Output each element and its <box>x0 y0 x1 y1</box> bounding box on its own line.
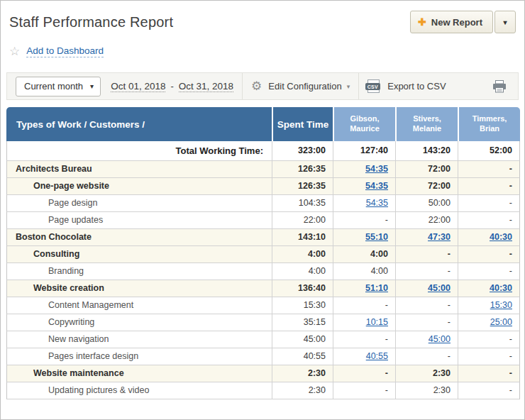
table-row: Total Working Time:323:00127:40143:2052:… <box>6 141 520 161</box>
new-report-button[interactable]: ✚ New Report <box>410 11 493 33</box>
period-selector[interactable]: Current month ▾ <box>16 77 101 96</box>
export-to-csv-button[interactable]: CSV Export to CSV <box>358 73 454 99</box>
row-label: Website maintenance <box>6 365 272 382</box>
column-header-staff: Gibson, Maurice <box>333 107 395 141</box>
time-cell: - <box>333 297 395 314</box>
page-title: Staff Performance Report <box>9 11 173 31</box>
add-to-dashboard-link[interactable]: Add to Dashboard <box>26 45 104 57</box>
time-cell: - <box>395 263 458 280</box>
time-detail-link[interactable]: 40:55 <box>366 351 388 361</box>
table-row: Website creation136:4051:1045:0040:30 <box>6 280 520 297</box>
time-detail-link[interactable]: 54:35 <box>366 198 388 208</box>
csv-file-icon: CSV <box>368 79 380 93</box>
time-cell: 10:15 <box>333 314 395 331</box>
caret-down-icon: ▾ <box>347 83 350 90</box>
table-row: Page design104:3554:3550:00- <box>6 195 520 212</box>
table-row: New navigation45:00-45:00- <box>6 331 520 348</box>
report-window: Staff Performance Report ✚ New Report ▾ … <box>0 0 525 420</box>
time-cell: 2:30 <box>395 382 458 399</box>
time-cell: 40:55 <box>272 348 333 365</box>
row-label: Website creation <box>6 280 272 297</box>
time-detail-link[interactable]: 54:35 <box>365 181 388 191</box>
time-detail-link[interactable]: 51:10 <box>365 283 388 293</box>
time-detail-link[interactable]: 15:30 <box>490 300 512 310</box>
time-cell: 2:30 <box>272 382 333 399</box>
time-cell: 54:35 <box>333 195 395 212</box>
time-detail-link[interactable]: 55:10 <box>365 232 388 242</box>
time-detail-link[interactable]: 45:00 <box>429 334 451 344</box>
time-cell: 143:20 <box>395 141 458 161</box>
time-detail-link[interactable]: 54:35 <box>365 164 388 174</box>
time-cell: - <box>333 382 395 399</box>
time-cell: - <box>458 195 520 212</box>
time-cell: 47:30 <box>395 229 458 246</box>
time-cell: - <box>458 365 520 382</box>
row-label: Boston Chocolate <box>6 229 272 246</box>
time-cell: - <box>395 246 458 263</box>
time-cell: - <box>458 331 520 348</box>
printer-icon <box>492 80 507 93</box>
time-cell: - <box>333 212 395 229</box>
time-cell: 15:30 <box>458 297 520 314</box>
new-report-split-button: ✚ New Report ▾ <box>410 11 516 33</box>
csv-badge-label: CSV <box>365 83 380 90</box>
time-cell: 2:30 <box>272 365 333 382</box>
table-row: Updating pictures & video2:30-2:30- <box>6 382 520 399</box>
time-cell: - <box>458 263 520 280</box>
time-cell: 40:30 <box>458 229 520 246</box>
print-button[interactable] <box>481 73 518 99</box>
time-cell: 22:00 <box>272 212 333 229</box>
table-row: Website maintenance2:30-2:30- <box>6 365 520 382</box>
row-label: Page updates <box>6 212 272 229</box>
time-cell: 50:00 <box>395 195 458 212</box>
time-cell: 54:35 <box>333 161 395 178</box>
time-cell: 45:00 <box>395 280 458 297</box>
row-label: Page design <box>6 195 272 212</box>
time-cell: 35:15 <box>272 314 333 331</box>
time-cell: 143:10 <box>272 229 333 246</box>
time-cell: 136:40 <box>272 280 333 297</box>
new-report-dropdown-button[interactable]: ▾ <box>494 11 516 33</box>
time-cell: 4:00 <box>272 263 333 280</box>
time-cell: - <box>395 348 458 365</box>
time-cell: 104:35 <box>272 195 333 212</box>
time-cell: 127:40 <box>333 141 395 161</box>
date-to-link[interactable]: Oct 31, 2018 <box>179 81 233 92</box>
new-report-label: New Report <box>431 17 482 28</box>
page-header: Staff Performance Report ✚ New Report ▾ … <box>1 1 524 57</box>
time-cell: - <box>333 331 395 348</box>
edit-configuration-button[interactable]: ⚙ Edit Configuration ▾ <box>242 73 358 99</box>
row-label: Consulting <box>6 246 272 263</box>
table-row: Page updates22:00-22:00- <box>6 212 520 229</box>
row-label: Total Working Time: <box>6 141 272 161</box>
time-cell: 2:30 <box>395 365 458 382</box>
date-separator: - <box>170 81 173 92</box>
time-cell: - <box>458 382 520 399</box>
time-cell: 40:55 <box>333 348 395 365</box>
time-detail-link[interactable]: 45:00 <box>428 283 451 293</box>
time-cell: 72:00 <box>395 161 458 178</box>
table-row: Branding4:004:00-- <box>6 263 520 280</box>
time-cell: 4:00 <box>333 246 395 263</box>
favorite-star-icon[interactable]: ☆ <box>9 45 20 57</box>
table-row: Consulting4:004:00-- <box>6 246 520 263</box>
time-detail-link[interactable]: 25:00 <box>490 317 512 327</box>
time-detail-link[interactable]: 40:30 <box>490 232 512 242</box>
time-cell: 126:35 <box>272 161 333 178</box>
time-detail-link[interactable]: 40:30 <box>490 283 512 293</box>
time-cell: - <box>458 212 520 229</box>
table-header-row: Types of Work / Customers / Spent Time G… <box>6 107 520 141</box>
report-toolbar: Current month ▾ Oct 01, 2018 - Oct 31, 2… <box>6 72 519 100</box>
table-row: Architects Bureau126:3554:3572:00- <box>6 161 520 178</box>
gear-icon: ⚙ <box>251 80 262 92</box>
time-cell: 4:00 <box>333 263 395 280</box>
time-cell: 45:00 <box>395 331 458 348</box>
time-detail-link[interactable]: 47:30 <box>428 232 451 242</box>
time-detail-link[interactable]: 10:15 <box>366 317 388 327</box>
export-to-csv-label: Export to CSV <box>387 81 446 92</box>
date-from-link[interactable]: Oct 01, 2018 <box>111 81 165 92</box>
row-label: One-page website <box>6 178 272 195</box>
time-cell: 323:00 <box>272 141 333 161</box>
plus-icon: ✚ <box>418 16 426 28</box>
time-cell: - <box>395 314 458 331</box>
